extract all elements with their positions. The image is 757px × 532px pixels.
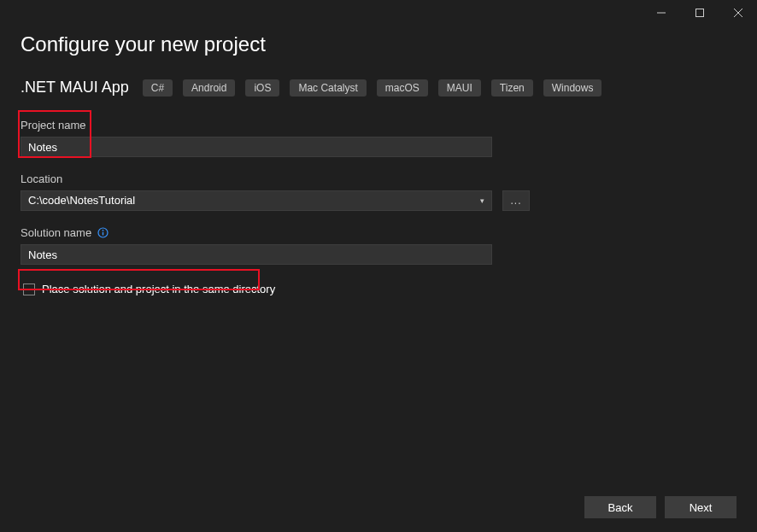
close-icon [734, 9, 742, 17]
location-label: Location [21, 172, 736, 185]
tag: Android [183, 79, 235, 96]
browse-button[interactable]: ... [502, 190, 530, 211]
close-button[interactable] [719, 0, 757, 26]
same-directory-row[interactable]: Place solution and project in the same d… [21, 280, 736, 298]
svg-point-6 [102, 230, 103, 231]
project-name-input[interactable] [21, 137, 492, 157]
chevron-down-icon: ▾ [480, 191, 484, 210]
template-name: .NET MAUI App [21, 79, 129, 96]
minimize-icon [657, 9, 666, 17]
minimize-button[interactable] [642, 0, 680, 26]
page-title: Configure your new project [21, 32, 736, 56]
next-button[interactable]: Next [665, 496, 736, 518]
solution-name-label-text: Solution name [21, 226, 91, 239]
tag: Windows [543, 79, 602, 96]
maximize-button[interactable] [680, 0, 719, 26]
tag: MAUI [438, 79, 481, 96]
location-combo[interactable]: C:\code\NotesTutorial ▾ [21, 190, 492, 211]
same-directory-checkbox[interactable] [23, 284, 35, 295]
solution-name-input[interactable] [21, 244, 492, 265]
footer: Back Next [584, 496, 736, 518]
tag: iOS [245, 79, 279, 96]
solution-name-label: Solution name [21, 226, 736, 239]
tag: macOS [377, 79, 428, 96]
solution-name-group: Solution name [21, 226, 736, 265]
tag: C# [143, 79, 173, 96]
svg-rect-1 [695, 9, 703, 17]
maximize-icon [695, 9, 704, 17]
tag: Tizen [491, 79, 533, 96]
back-button[interactable]: Back [584, 496, 656, 518]
info-icon[interactable] [97, 227, 109, 239]
tag: Mac Catalyst [290, 79, 366, 96]
location-group: Location C:\code\NotesTutorial ▾ ... [21, 172, 736, 211]
location-value: C:\code\NotesTutorial [28, 191, 135, 210]
template-row: .NET MAUI App C# Android iOS Mac Catalys… [21, 79, 736, 96]
project-name-label: Project name [21, 119, 736, 132]
same-directory-label: Place solution and project in the same d… [42, 283, 275, 295]
project-name-group: Project name [21, 119, 736, 157]
titlebar [0, 0, 757, 26]
